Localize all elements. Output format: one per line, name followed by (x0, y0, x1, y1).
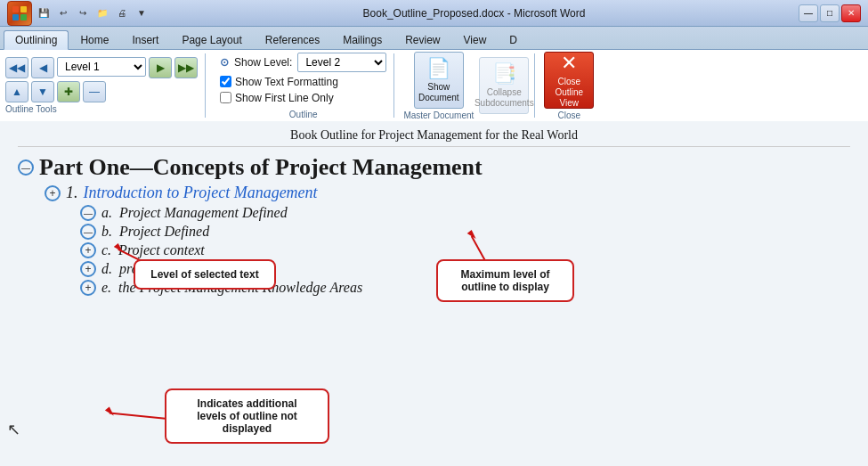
nav-buttons-row: ◀◀ ◀ Level 1 Level 2 ▶ ▶▶ (5, 57, 198, 78)
collapse-subdoc-icon: 📑 (492, 62, 516, 86)
tab-outlining[interactable]: Outlining (4, 30, 69, 50)
a-text: Project Management Defined (119, 205, 288, 221)
show-document-label: ShowDocument (418, 82, 459, 103)
outline-item-b: b. Project Defined (80, 224, 850, 240)
callout-additional-levels: Indicates additionallevels of outline no… (165, 388, 329, 444)
document-content: Book Outline for Project Management for … (0, 121, 868, 466)
demote-btn[interactable]: ▶ (149, 57, 172, 78)
move-buttons-row: ▲ ▼ ✚ — (5, 81, 106, 102)
tab-references[interactable]: References (254, 29, 331, 49)
print-qat-btn[interactable]: 🖨 (114, 5, 130, 21)
b-letter: b. (101, 224, 112, 240)
bullet-ch1[interactable] (45, 185, 61, 201)
bullet-d[interactable] (80, 261, 96, 277)
callout-additional-text: Indicates additionallevels of outline no… (197, 397, 297, 435)
save-qat-btn[interactable]: 💾 (36, 5, 52, 21)
show-first-line-checkbox[interactable] (220, 92, 231, 103)
collapse-btn[interactable]: — (83, 81, 106, 102)
part1-text: Part One—Concepts of Project Management (39, 154, 483, 181)
tab-home[interactable]: Home (69, 29, 120, 49)
show-level-row: ⊙ Show Level: Level 1 Level 2 Level 3 Al… (220, 53, 386, 72)
mouse-cursor: ↖ (7, 420, 20, 439)
tab-pagelayout[interactable]: Page Layout (170, 29, 253, 49)
svg-rect-0 (12, 6, 19, 12)
outline-item-a: a. Project Management Defined (80, 205, 850, 221)
tab-d[interactable]: D (498, 29, 529, 49)
outline-tools-label: Outline Tools (5, 104, 57, 114)
master-document-group: 📄 ShowDocument Master Document 📑 Collaps… (398, 53, 535, 118)
ribbon-content: ◀◀ ◀ Level 1 Level 2 ▶ ▶▶ ▲ ▼ ✚ — Outlin… (0, 50, 868, 121)
show-group: ⊙ Show Level: Level 1 Level 2 Level 3 Al… (213, 53, 394, 118)
title-bar: 💾 ↩ ↪ 📁 🖨 ▼ Book_Outline_Proposed.docx -… (0, 0, 868, 27)
svg-rect-2 (12, 14, 19, 20)
show-formatting-label: Show Text Formatting (235, 76, 338, 88)
maximize-btn[interactable]: □ (820, 4, 840, 22)
level-select-row: Level 1 Level 2 (57, 57, 146, 77)
show-document-btn[interactable]: 📄 ShowDocument (414, 52, 464, 109)
close-outline-view-btn[interactable]: ✕ CloseOutline View (544, 52, 594, 109)
show-formatting-row: Show Text Formatting (220, 76, 386, 88)
d-letter: d. (101, 261, 112, 277)
expand-btn[interactable]: ✚ (57, 81, 80, 102)
show-level-dropdown[interactable]: Level 1 Level 2 Level 3 All Levels (297, 53, 386, 72)
close-group-label: Close (558, 110, 581, 120)
show-first-line-label: Show First Line Only (235, 92, 334, 104)
tab-view[interactable]: View (452, 29, 499, 49)
show-formatting-checkbox[interactable] (220, 76, 231, 87)
svg-rect-3 (20, 14, 27, 20)
svg-rect-1 (20, 6, 27, 12)
outline-item-ch1: 1. Introduction to Project Management (45, 184, 850, 202)
svg-marker-9 (105, 407, 114, 416)
tab-insert[interactable]: Insert (120, 29, 170, 49)
dropdown-qat-btn[interactable]: ▼ (134, 5, 150, 21)
doc-title-text: Book Outline for Project Management for … (290, 128, 578, 142)
a-letter: a. (101, 205, 112, 221)
callout-max-text: Maximum level ofoutline to display (460, 268, 549, 293)
document-area: Book Outline for Project Management for … (0, 121, 868, 466)
close-group: ✕ CloseOutline View Close (539, 53, 599, 118)
tab-review[interactable]: Review (393, 29, 451, 49)
collapse-subdocuments-btn[interactable]: 📑 CollapseSubdocuments (479, 57, 529, 114)
window-controls: — □ ✕ (799, 4, 861, 22)
undo-qat-btn[interactable]: ↩ (55, 5, 71, 21)
callout-level-text: Level of selected text (150, 268, 258, 281)
minimize-btn[interactable]: — (799, 4, 818, 22)
qat-area: 💾 ↩ ↪ 📁 🖨 ▼ (7, 1, 150, 26)
bullet-a[interactable] (80, 205, 96, 221)
show-first-line-row: Show First Line Only (220, 92, 386, 104)
move-up-btn[interactable]: ▲ (5, 81, 28, 102)
b-text: Project Defined (119, 224, 209, 240)
show-document-icon: 📄 (426, 57, 450, 80)
bullet-e[interactable] (80, 280, 96, 296)
show-group-label: Outline (220, 110, 386, 119)
window-title: Book_Outline_Proposed.docx - Microsoft W… (150, 7, 799, 20)
redo-qat-btn[interactable]: ↪ (75, 5, 91, 21)
master-doc-label: Master Document (403, 110, 474, 120)
level-dropdown[interactable]: Level 1 Level 2 (57, 57, 146, 77)
tab-mailings[interactable]: Mailings (331, 29, 393, 49)
close-btn[interactable]: ✕ (841, 4, 861, 22)
bullet-part1[interactable] (18, 159, 34, 176)
bullet-c[interactable] (80, 242, 96, 258)
e-letter: e. (101, 280, 111, 296)
demote-body-btn[interactable]: ▶▶ (174, 57, 198, 78)
callout-max-level: Maximum level ofoutline to display (436, 259, 574, 302)
move-down-btn[interactable]: ▼ (31, 81, 54, 102)
bullet-b[interactable] (80, 224, 96, 240)
collapse-subdoc-label: CollapseSubdocuments (475, 87, 534, 109)
ribbon-tabs: Outlining Home Insert Page Layout Refere… (0, 27, 868, 50)
outline-item-part1: Part One—Concepts of Project Management (18, 154, 850, 181)
promote-btn[interactable]: ◀ (31, 57, 54, 78)
callout-level-selected: Level of selected text (134, 259, 276, 290)
close-outline-icon: ✕ (561, 52, 577, 75)
outline-item-c: c. Project context (80, 242, 850, 258)
close-outline-label: CloseOutline View (545, 77, 593, 109)
folder-qat-btn[interactable]: 📁 (94, 5, 110, 21)
office-button[interactable] (7, 1, 32, 26)
document-title: Book Outline for Project Management for … (18, 128, 850, 147)
outline-tools-group: ◀◀ ◀ Level 1 Level 2 ▶ ▶▶ ▲ ▼ ✚ — Outlin… (5, 53, 206, 118)
c-letter: c. (101, 242, 111, 258)
c-text: Project context (118, 242, 205, 258)
promote-outline-level-btn[interactable]: ◀◀ (5, 57, 28, 78)
show-level-label: Show Level: (234, 56, 292, 69)
